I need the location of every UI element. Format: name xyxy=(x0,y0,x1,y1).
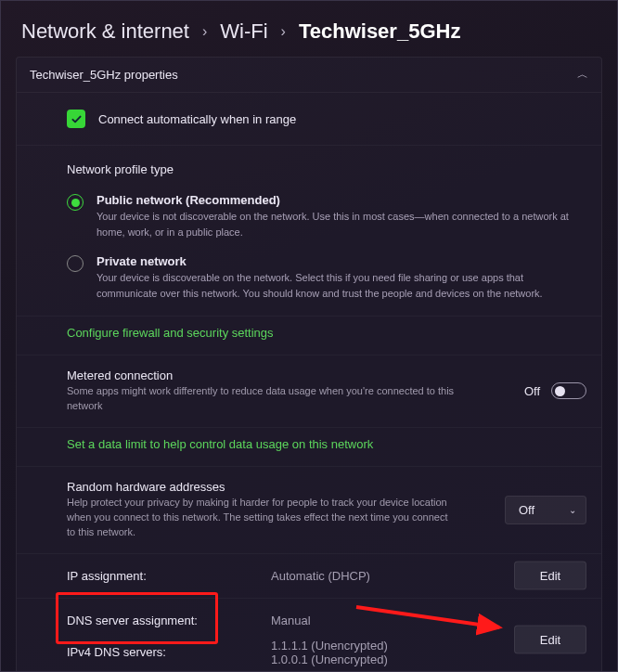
properties-panel: Techwiser_5GHz properties ︿ Connect auto… xyxy=(16,57,602,672)
radio-unselected-icon[interactable] xyxy=(67,255,84,272)
random-mac-dropdown[interactable]: Off ⌄ xyxy=(505,496,586,524)
auto-connect-label: Connect automatically when in range xyxy=(98,112,296,126)
metered-title: Metered connection xyxy=(67,368,509,382)
breadcrumb-wifi[interactable]: Wi-Fi xyxy=(220,19,267,44)
panel-title: Techwiser_5GHz properties xyxy=(30,68,178,82)
panel-header[interactable]: Techwiser_5GHz properties ︿ xyxy=(17,58,601,93)
breadcrumb-root[interactable]: Network & internet xyxy=(21,19,189,44)
ip-assignment-label: IP assignment: xyxy=(67,569,252,583)
random-mac-row: Random hardware addresses Help protect y… xyxy=(17,467,601,554)
breadcrumb-current: Techwiser_5GHz xyxy=(299,19,460,44)
chevron-right-icon: › xyxy=(281,23,286,40)
metered-sub: Some apps might work differently to redu… xyxy=(67,384,457,414)
radio-private[interactable]: Private network Your device is discovera… xyxy=(17,254,601,301)
metered-toggle[interactable] xyxy=(551,382,586,399)
chevron-up-icon: ︿ xyxy=(577,67,588,83)
chevron-down-icon: ⌄ xyxy=(569,505,576,515)
random-mac-title: Random hardware addresses xyxy=(67,480,490,494)
auto-connect-row[interactable]: Connect automatically when in range xyxy=(17,93,601,146)
radio-public[interactable]: Public network (Recommended) Your device… xyxy=(17,193,601,239)
public-title: Public network (Recommended) xyxy=(97,193,573,207)
public-sub: Your device is not discoverable on the n… xyxy=(97,209,573,239)
chevron-right-icon: › xyxy=(202,23,207,40)
dns-edit-button[interactable]: Edit xyxy=(514,626,586,654)
firewall-link[interactable]: Configure firewall and security settings xyxy=(17,317,601,355)
profile-type-section: Network profile type Public network (Rec… xyxy=(17,146,601,317)
private-title: Private network xyxy=(97,254,573,268)
metered-row: Metered connection Some apps might work … xyxy=(17,355,601,428)
profile-heading: Network profile type xyxy=(67,162,573,176)
dns-ipv4-label: IPv4 DNS servers: xyxy=(67,645,252,659)
dns-block: DNS server assignment: Manual IPv4 DNS s… xyxy=(17,599,601,672)
dns-assignment-label: DNS server assignment: xyxy=(67,614,252,627)
random-mac-sub: Help protect your privacy by making it h… xyxy=(67,496,457,540)
radio-selected-icon[interactable] xyxy=(67,194,84,211)
breadcrumb: Network & internet › Wi-Fi › Techwiser_5… xyxy=(1,1,617,57)
metered-state: Off xyxy=(524,384,540,398)
checkbox-checked-icon[interactable] xyxy=(67,110,85,128)
ip-edit-button[interactable]: Edit xyxy=(514,562,586,590)
private-sub: Your device is discoverable on the netwo… xyxy=(97,270,573,301)
data-limit-link[interactable]: Set a data limit to help control data us… xyxy=(17,428,601,467)
ip-assignment-block: IP assignment: Automatic (DHCP) Edit xyxy=(17,554,601,599)
dns-ipv4-value-2: 1.0.0.1 (Unencrypted) xyxy=(271,653,586,666)
random-mac-value: Off xyxy=(519,503,534,517)
